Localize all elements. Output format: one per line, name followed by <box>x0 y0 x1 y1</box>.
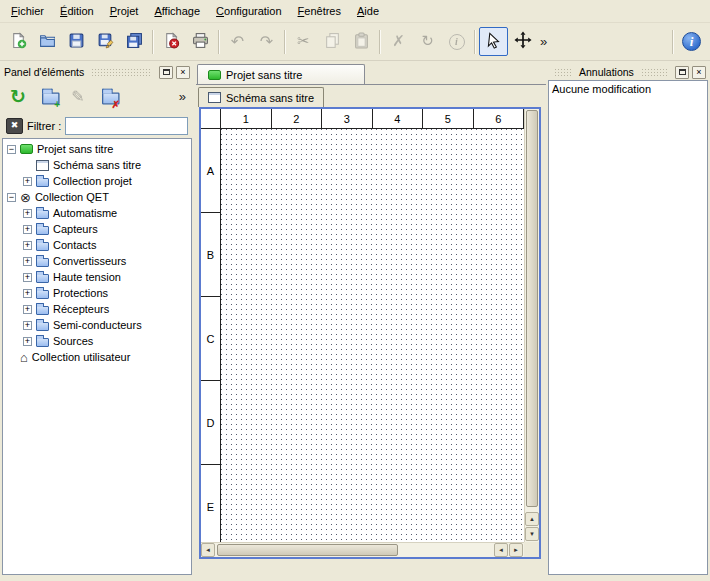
menu-affichage[interactable]: Affichage <box>146 0 208 22</box>
elements-panel-header[interactable]: Panel d'éléments × <box>2 64 192 80</box>
move-mode-button[interactable] <box>508 27 537 56</box>
scroll-right-button[interactable]: ► <box>509 543 523 557</box>
dock-drag-handle[interactable] <box>641 68 668 76</box>
tree-item-haute-tension[interactable]: + Haute tension <box>3 269 191 285</box>
scroll-left-button[interactable]: ◄ <box>494 543 508 557</box>
expand-expander-icon[interactable]: + <box>23 177 32 186</box>
expand-expander-icon[interactable]: + <box>23 241 32 250</box>
up-arrow-icon: ▲ <box>529 516 535 522</box>
expand-expander-icon[interactable]: + <box>23 289 32 298</box>
undo-button[interactable]: ↶ <box>223 27 252 56</box>
paste-button[interactable] <box>347 27 376 56</box>
tree-item-collection-qet[interactable]: − ⊗ Collection QET <box>3 189 191 205</box>
save-all-button[interactable] <box>120 27 149 56</box>
folder-icon <box>36 322 49 331</box>
diagram-column-headers: 1 2 3 4 5 6 <box>221 109 524 129</box>
menu-configuration[interactable]: Configuration <box>208 0 289 22</box>
close-panel-button[interactable]: × <box>176 66 190 79</box>
vertical-scrollbar-thumb[interactable] <box>526 110 538 507</box>
new-element-button[interactable]: + <box>35 84 61 110</box>
edit-element-button[interactable]: ✎ <box>65 84 91 110</box>
tree-item-schema[interactable]: Schéma sans titre <box>3 157 191 173</box>
menu-fichier[interactable]: Fichier <box>3 0 52 22</box>
reload-collections-button[interactable]: ↻ <box>5 84 31 110</box>
menu-fenetres[interactable]: Fenêtres <box>290 0 349 22</box>
tree-item-protections[interactable]: + Protections <box>3 285 191 301</box>
expand-expander-icon[interactable]: + <box>23 257 32 266</box>
tree-item-recepteurs[interactable]: + Récepteurs <box>3 301 191 317</box>
delete-element-button[interactable]: ✗ <box>95 84 121 110</box>
print-button[interactable] <box>186 27 215 56</box>
copy-button[interactable] <box>318 27 347 56</box>
tree-item-automatisme[interactable]: + Automatisme <box>3 205 191 221</box>
down-arrow-icon: ▼ <box>529 531 535 537</box>
close-panel-button[interactable]: × <box>692 66 706 79</box>
horizontal-scrollbar[interactable]: ◄ ◄ ► <box>201 542 524 557</box>
dock-drag-handle[interactable] <box>554 68 572 76</box>
scroll-down-button[interactable]: ▼ <box>525 527 539 541</box>
tree-item-semi-conducteurs[interactable]: + Semi-conducteurs <box>3 317 191 333</box>
tab-project[interactable]: Projet sans titre <box>197 64 365 84</box>
rotate-button[interactable]: ↻ <box>413 27 442 56</box>
tree-item-sources[interactable]: + Sources <box>3 333 191 349</box>
copy-icon <box>324 32 341 52</box>
horizontal-scrollbar-thumb[interactable] <box>217 544 398 556</box>
new-document-button[interactable] <box>4 27 33 56</box>
menu-edition[interactable]: Édition <box>52 0 102 22</box>
tree-item-capteurs[interactable]: + Capteurs <box>3 221 191 237</box>
scrollbar-corner <box>524 542 539 557</box>
undo-panel-header[interactable]: Annulations × <box>548 64 708 80</box>
open-project-button[interactable] <box>33 27 62 56</box>
project-tab-label: Projet sans titre <box>226 69 302 81</box>
filter-input[interactable] <box>65 117 188 135</box>
redo-button[interactable]: ↷ <box>252 27 281 56</box>
expand-expander-icon[interactable]: + <box>23 273 32 282</box>
save-all-icon <box>126 32 143 52</box>
panel-overflow-chevron[interactable]: » <box>176 89 189 104</box>
tab-schema[interactable]: Schéma sans titre <box>198 87 324 107</box>
tree-item-contacts[interactable]: + Contacts <box>3 237 191 253</box>
cut-button[interactable]: ✂ <box>289 27 318 56</box>
toolbar-overflow-chevron[interactable]: » <box>537 34 550 49</box>
column-header: 6 <box>474 109 525 128</box>
save-as-button[interactable] <box>91 27 120 56</box>
dock-drag-handle[interactable] <box>91 68 152 76</box>
tree-item-collection-projet[interactable]: + Collection projet <box>3 173 191 189</box>
collapse-expander-icon[interactable]: − <box>7 193 16 202</box>
float-panel-button[interactable] <box>159 66 173 79</box>
vertical-scrollbar[interactable]: ▲ ▼ <box>524 109 539 542</box>
expand-expander-icon[interactable]: + <box>23 321 32 330</box>
rotate-icon: ↻ <box>421 34 434 49</box>
tree-item-project[interactable]: − Projet sans titre <box>3 141 191 157</box>
filter-row: ✖ Filtrer : <box>2 113 192 138</box>
left-arrow-icon: ◄ <box>498 547 504 553</box>
undo-empty-message: Aucune modification <box>552 83 704 95</box>
toolbar-separator <box>152 30 154 54</box>
toolbar-separator <box>379 30 381 54</box>
tree-item-convertisseurs[interactable]: + Convertisseurs <box>3 253 191 269</box>
element-info-button[interactable]: i <box>442 27 471 56</box>
schema-canvas[interactable] <box>221 129 524 542</box>
elements-tree: − Projet sans titre Schéma sans titre + … <box>2 138 192 575</box>
menu-aide[interactable]: Aide <box>349 0 387 22</box>
right-arrow-icon: ► <box>513 547 519 553</box>
select-mode-button[interactable] <box>479 27 508 56</box>
close-file-button[interactable] <box>157 27 186 56</box>
clear-filter-button[interactable]: ✖ <box>6 118 23 134</box>
about-info-button[interactable]: i <box>677 27 706 56</box>
tree-item-collection-utilisateur[interactable]: ⌂ Collection utilisateur <box>3 349 191 365</box>
delete-button[interactable]: ✗ <box>384 27 413 56</box>
float-panel-button[interactable] <box>675 66 689 79</box>
undo-history-list[interactable]: Aucune modification <box>548 80 708 575</box>
expand-expander-icon[interactable]: + <box>23 225 32 234</box>
scroll-up-button[interactable]: ▲ <box>525 512 539 526</box>
expand-expander-icon[interactable]: + <box>23 305 32 314</box>
collapse-expander-icon[interactable]: − <box>7 145 16 154</box>
expand-expander-icon[interactable]: + <box>23 209 32 218</box>
scroll-left-button[interactable]: ◄ <box>201 543 215 557</box>
save-button[interactable] <box>62 27 91 56</box>
menu-projet[interactable]: Projet <box>102 0 147 22</box>
elements-panel: Panel d'éléments × ↻ + ✎ ✗ <box>2 64 192 575</box>
row-header: C <box>201 297 220 381</box>
expand-expander-icon[interactable]: + <box>23 337 32 346</box>
